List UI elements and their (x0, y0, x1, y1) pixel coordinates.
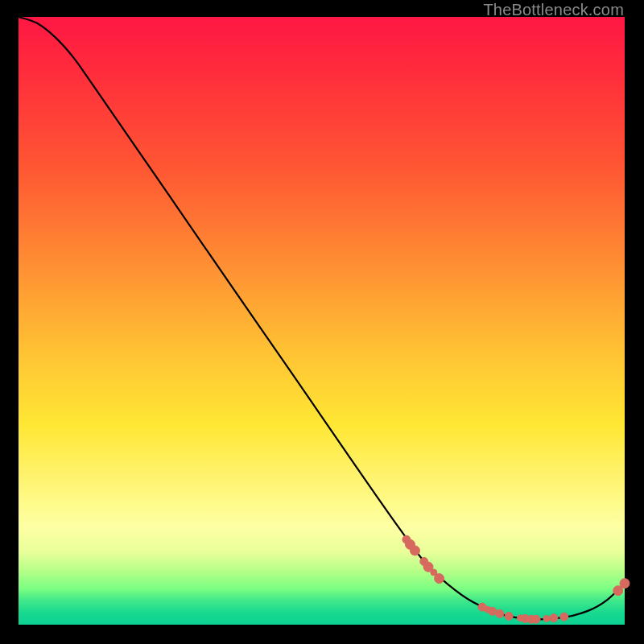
data-point (435, 574, 444, 584)
data-point (489, 607, 497, 615)
data-point (620, 579, 630, 588)
data-point (410, 546, 419, 555)
data-point (543, 615, 550, 621)
data-points (402, 535, 630, 623)
data-point (505, 612, 513, 620)
bottleneck-curve (19, 17, 625, 619)
data-point (532, 615, 540, 623)
data-point (550, 614, 558, 622)
chart-overlay (19, 17, 625, 625)
data-point (560, 613, 568, 621)
data-point (496, 609, 504, 617)
